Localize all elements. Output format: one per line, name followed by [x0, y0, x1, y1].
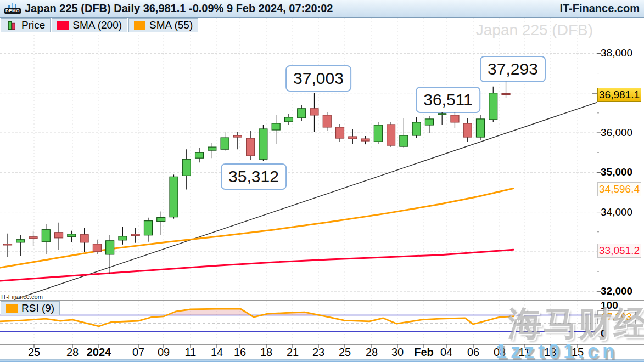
rsi-value-label: 67.293	[597, 310, 636, 324]
candle	[298, 109, 306, 118]
candle	[476, 119, 484, 137]
legend-label-sma200: SMA (200)	[72, 19, 122, 31]
header-bar: DEMO Japan 225 (DFB) Daily 36,981.1 -0.0…	[0, 0, 644, 18]
sma55-swatch-icon	[134, 21, 145, 30]
candle	[182, 159, 191, 176]
candle	[42, 230, 50, 242]
last-price-label: 36,981.1	[597, 88, 641, 102]
x-axis-label: 25	[16, 346, 52, 359]
candle	[68, 234, 76, 237]
candle	[463, 123, 472, 137]
y-axis-label: 34,000	[601, 206, 642, 218]
rsi-swatch-icon	[6, 304, 18, 313]
candle	[144, 221, 152, 235]
candle	[16, 240, 25, 242]
candle	[438, 114, 446, 115]
candle	[29, 237, 37, 239]
candle	[336, 127, 344, 138]
rsi-scale-top: 100	[601, 299, 642, 312]
candle	[361, 139, 369, 141]
legend-chip-sma200[interactable]: SMA (200)	[52, 18, 127, 32]
candle	[374, 125, 382, 142]
candle	[195, 152, 204, 158]
demo-icon: DEMO	[4, 3, 21, 14]
sma200-swatch-icon	[57, 21, 69, 30]
candle	[208, 147, 216, 150]
bottom-scrollbar-strip[interactable]	[0, 359, 644, 362]
candle	[119, 236, 127, 240]
candle	[106, 241, 114, 254]
sma55-value-label: 34,596.4	[597, 182, 641, 196]
candle	[310, 109, 318, 115]
x-axis-label: 15	[560, 346, 595, 359]
candle	[412, 122, 421, 135]
price-candles-icon	[6, 21, 18, 30]
candle	[55, 233, 63, 238]
candle	[170, 177, 178, 217]
legend-label-rsi: RSI (9)	[21, 302, 54, 314]
candle	[4, 244, 12, 245]
legend-label-sma55: SMA (55)	[149, 19, 193, 31]
rsi-scale-bottom: 0	[601, 327, 642, 340]
y-axis-label: 36,000	[601, 127, 642, 139]
candles	[4, 82, 511, 274]
candle	[323, 115, 331, 127]
sma200-value-label: 33,051.2	[597, 244, 641, 258]
y-axis-label: 38,000	[601, 47, 642, 59]
y-axis-label: 32,000	[601, 285, 642, 297]
candle	[131, 234, 139, 236]
price-legend: Price SMA (200) SMA (55)	[1, 18, 198, 32]
candle	[221, 138, 229, 149]
y-axis-label: 35,000	[601, 166, 642, 178]
legend-chip-rsi[interactable]: RSI (9)	[1, 301, 60, 315]
candle	[80, 235, 88, 242]
candle	[93, 244, 101, 252]
candle	[233, 135, 242, 137]
candle	[502, 93, 510, 94]
rsi-line	[0, 309, 514, 326]
candle	[272, 123, 280, 130]
legend-label-price: Price	[21, 19, 45, 31]
itfinance-watermark: IT-Finance.com	[1, 293, 43, 300]
candle	[349, 137, 357, 139]
candle	[247, 138, 255, 156]
brand-link[interactable]: IT-Finance.com	[559, 2, 640, 15]
candle	[284, 117, 293, 122]
legend-chip-price[interactable]: Price	[1, 18, 51, 32]
candle	[387, 125, 395, 145]
price-chart-canvas	[0, 0, 644, 362]
candle	[157, 218, 165, 222]
mini-candles-icon	[8, 3, 18, 8]
chart-window: DEMO Japan 225 (DFB) Daily 36,981.1 -0.0…	[0, 0, 644, 362]
candle	[400, 135, 408, 146]
legend-chip-sma55[interactable]: SMA (55)	[128, 18, 198, 32]
x-axis-label: 2024	[81, 346, 116, 359]
candle	[451, 115, 459, 122]
candle	[425, 119, 433, 125]
candle	[489, 93, 497, 120]
page-title: Japan 225 (DFB) Daily 36,981.1 -0.09% 9 …	[25, 2, 333, 15]
candle	[259, 129, 267, 159]
demo-badge: DEMO	[4, 8, 21, 14]
